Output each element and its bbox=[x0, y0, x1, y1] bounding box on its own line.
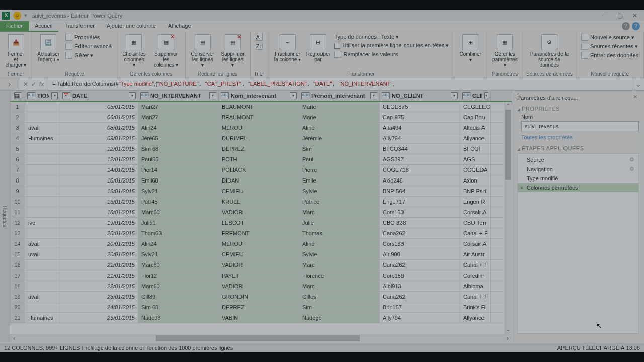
table-row[interactable]: 612/01/2015Paul55POTHPaulAGS397AGS bbox=[10, 154, 512, 165]
cell[interactable]: BFCO344 bbox=[380, 144, 460, 154]
cell[interactable]: BNP Pari bbox=[460, 186, 491, 196]
vertical-scrollbar[interactable]: ⌃⌄ bbox=[504, 102, 512, 334]
table-row[interactable]: 1118/01/2015Marc60VADIORMarcCors163Corsa… bbox=[10, 207, 512, 218]
cell[interactable]: VADIOR bbox=[219, 281, 299, 291]
cell[interactable]: COGEDA bbox=[460, 165, 491, 175]
panel-close-button[interactable]: ✕ bbox=[631, 94, 639, 102]
cell[interactable]: 06/01/2015 bbox=[60, 112, 138, 122]
cell[interactable]: 19/01/2015 bbox=[60, 218, 138, 228]
query-name-input[interactable] bbox=[521, 121, 639, 131]
cell[interactable]: Patr45 bbox=[138, 197, 219, 207]
cell[interactable]: Axio246 bbox=[380, 175, 460, 186]
cancel-icon[interactable]: ✕ bbox=[23, 81, 28, 88]
choose-cols-button[interactable]: ▦Choisir les colonnes ▾ bbox=[120, 33, 148, 69]
cell[interactable] bbox=[25, 186, 60, 196]
cell[interactable]: Cana262 bbox=[380, 228, 460, 238]
cell[interactable]: 16/01/2015 bbox=[60, 197, 138, 207]
cell[interactable] bbox=[25, 260, 60, 270]
cell[interactable] bbox=[25, 302, 60, 312]
cell[interactable]: Cana262 bbox=[380, 260, 460, 270]
table-row[interactable]: 206/01/2015Mari27BEAUMONTMarieCap-975Cap… bbox=[10, 112, 512, 123]
cell[interactable]: 12/01/2015 bbox=[60, 154, 138, 164]
cell[interactable]: Sylv21 bbox=[138, 186, 219, 196]
table-row[interactable]: 512/01/2015Sim 68DEPREZSimBFCO344BFCOI bbox=[10, 144, 512, 154]
cell[interactable]: Sylvie bbox=[299, 249, 380, 259]
cell[interactable]: CEGELEC bbox=[460, 102, 491, 112]
cell[interactable]: POLIACK bbox=[219, 165, 299, 175]
cell[interactable]: 16/01/2015 bbox=[60, 186, 138, 196]
cell[interactable]: Cors163 bbox=[380, 239, 460, 249]
cell[interactable]: DEPREZ bbox=[219, 144, 299, 154]
table-row[interactable]: 714/01/2015Pier14POLIACKPierreCOGE718COG… bbox=[10, 165, 512, 175]
cell[interactable]: Canal + F bbox=[460, 260, 491, 270]
cell[interactable] bbox=[25, 144, 60, 154]
cell[interactable]: Juli91 bbox=[138, 218, 219, 228]
cell[interactable]: MEROU bbox=[219, 239, 299, 249]
applied-step[interactable]: ✕Colonnes permutées bbox=[518, 183, 638, 192]
table-row[interactable]: 3avail08/01/2015Alin24MEROUAlineAlta494A… bbox=[10, 123, 512, 133]
table-row[interactable]: 916/01/2015Sylv21CEMIEUSylvieBNP-564BNP … bbox=[10, 186, 512, 197]
combine-button[interactable]: ⊞Combiner ▾ bbox=[457, 33, 483, 63]
cell[interactable]: Cors163 bbox=[380, 207, 460, 217]
cell[interactable] bbox=[25, 102, 60, 112]
cell[interactable]: Alin24 bbox=[138, 123, 219, 133]
tab-view[interactable]: Affichage bbox=[162, 21, 197, 32]
maximize-button[interactable]: ▢ bbox=[613, 12, 627, 19]
cell[interactable]: Pierre bbox=[299, 165, 380, 175]
table-row[interactable]: 4Humaines09/01/2015Jéré65DURIMELJérémieA… bbox=[10, 133, 512, 144]
cell[interactable]: DEPREZ bbox=[219, 302, 299, 312]
cell[interactable]: Marie bbox=[299, 102, 380, 112]
all-properties-link[interactable]: Toutes les propriétés bbox=[521, 134, 639, 140]
close-button[interactable]: ✕ bbox=[628, 12, 642, 19]
cell[interactable]: Marc bbox=[299, 207, 380, 217]
enter-data-button[interactable]: Entrer des données bbox=[579, 51, 640, 59]
remove-cols-button[interactable]: ▦✕Supprimer les colonnes ▾ bbox=[150, 33, 182, 69]
groupby-button[interactable]: ⊞Regrouper par bbox=[306, 33, 330, 63]
table-row[interactable]: 1822/01/2015Marc60VADIORMarcAlbi913Albio… bbox=[10, 281, 512, 292]
cell[interactable]: Marc60 bbox=[138, 207, 219, 217]
split-col-button[interactable]: ⫟Fractionner la colonne ▾ bbox=[271, 33, 304, 63]
cell[interactable]: 24/01/2015 bbox=[60, 302, 138, 312]
cell[interactable]: Sylv21 bbox=[138, 249, 219, 259]
cell[interactable] bbox=[25, 281, 60, 291]
cell[interactable]: Marc60 bbox=[138, 260, 219, 270]
confirm-icon[interactable]: ✓ bbox=[31, 81, 36, 88]
recent-sources-button[interactable]: Sources récentes ▾ bbox=[579, 42, 640, 50]
cell[interactable]: Engen R bbox=[460, 197, 491, 207]
select-all-corner[interactable]: ▦ bbox=[10, 90, 25, 101]
table-row[interactable]: 816/01/2015Emil60DIDANEmileAxio246Axion bbox=[10, 175, 512, 186]
table-row[interactable]: 21Humaines25/01/2015Nadè93VABINNadègeAll… bbox=[10, 313, 512, 323]
applied-step[interactable]: Source⚙ bbox=[518, 155, 638, 164]
table-row[interactable]: 2024/01/2015Sim 68DEPREZSimBrin157Brink'… bbox=[10, 302, 512, 313]
cell[interactable]: uvail bbox=[25, 249, 60, 259]
manage-button[interactable]: Gérer ▾ bbox=[63, 51, 113, 59]
tab-home[interactable]: Accueil bbox=[29, 21, 58, 32]
cell[interactable]: Cap-975 bbox=[380, 112, 460, 122]
cell[interactable]: Axion bbox=[460, 175, 491, 186]
cell[interactable]: Corsair A bbox=[460, 207, 491, 217]
cell[interactable]: avail bbox=[25, 123, 60, 133]
properties-header[interactable]: PROPRIÉTÉS bbox=[517, 106, 639, 112]
cell[interactable]: Marie bbox=[299, 112, 380, 122]
cell[interactable]: Allyance bbox=[460, 313, 491, 323]
table-row[interactable]: 1016/01/2015Patr45KRUELPatriceEnge717Eng… bbox=[10, 197, 512, 207]
refresh-button[interactable]: 🔄Actualiser l'aperçu ▾ bbox=[35, 33, 61, 63]
sort-desc-button[interactable]: Z↓ bbox=[254, 42, 265, 50]
tab-file[interactable]: Fichier bbox=[0, 21, 29, 32]
cell[interactable]: Sim 68 bbox=[138, 302, 219, 312]
cell[interactable]: BFCOI bbox=[460, 144, 491, 154]
applied-step[interactable]: Navigation⚙ bbox=[518, 164, 638, 174]
cell[interactable]: Sim bbox=[299, 302, 380, 312]
cell[interactable]: Emile bbox=[299, 175, 380, 186]
cell[interactable]: VABIN bbox=[219, 313, 299, 323]
column-header[interactable]: 📅DATE▾ bbox=[60, 90, 138, 101]
cell[interactable]: CBO 328 bbox=[380, 218, 460, 228]
cell[interactable]: 20/01/2015 bbox=[60, 239, 138, 249]
cell[interactable]: Jéré65 bbox=[138, 133, 219, 143]
cell[interactable]: Jérémie bbox=[299, 133, 380, 143]
cell[interactable]: KRUEL bbox=[219, 197, 299, 207]
cell[interactable] bbox=[25, 197, 60, 207]
cell[interactable]: Julie bbox=[299, 218, 380, 228]
cell[interactable]: ive bbox=[25, 218, 60, 228]
cell[interactable]: DIDAN bbox=[219, 175, 299, 186]
